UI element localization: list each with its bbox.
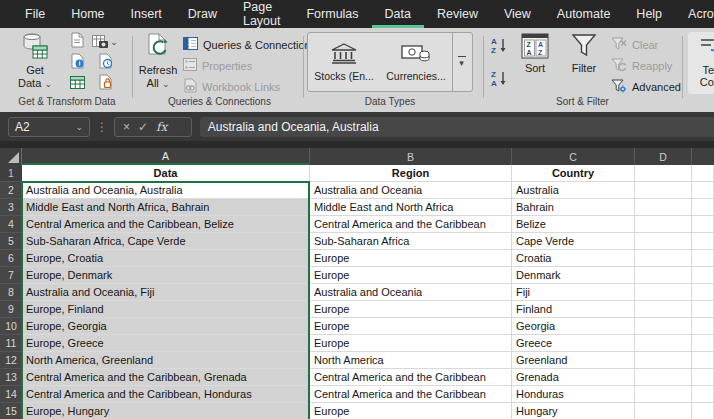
cell-d13[interactable] xyxy=(635,369,692,386)
workbook-links-button[interactable]: Workbook Links xyxy=(183,76,316,97)
cell-e4[interactable] xyxy=(692,216,714,233)
cell-d5[interactable] xyxy=(635,233,692,250)
cell-e7[interactable] xyxy=(692,267,714,284)
cell-d11[interactable] xyxy=(635,335,692,352)
tab-automate[interactable]: Automate xyxy=(544,0,624,28)
cell-a6[interactable]: Europe, Croatia xyxy=(22,250,310,267)
row-header-2[interactable]: 2 xyxy=(0,182,22,199)
column-header-b[interactable]: B xyxy=(310,148,512,165)
cell-e15[interactable] xyxy=(692,403,714,419)
enter-check-icon[interactable]: ✓ xyxy=(138,120,148,134)
tab-data[interactable]: Data xyxy=(372,0,424,28)
cell-d10[interactable] xyxy=(635,318,692,335)
formula-input[interactable]: Australia and Oceania, Australia xyxy=(200,117,714,137)
cell-b7[interactable]: Europe xyxy=(310,267,512,284)
cell-a14[interactable]: Central America and the Caribbean, Hondu… xyxy=(22,386,310,403)
row-header-14[interactable]: 14 xyxy=(0,386,22,403)
cell-a11[interactable]: Europe, Greece xyxy=(22,335,310,352)
row-header-11[interactable]: 11 xyxy=(0,335,22,352)
cell-b8[interactable]: Australia and Oceania xyxy=(310,284,512,301)
tab-view[interactable]: View xyxy=(491,0,544,28)
cell-b12[interactable]: North America xyxy=(310,352,512,369)
cell-e10[interactable] xyxy=(692,318,714,335)
from-web-icon[interactable] xyxy=(98,74,112,94)
cell-c2[interactable]: Australia xyxy=(512,182,635,199)
reapply-filter-button[interactable]: Reapply xyxy=(611,55,681,76)
cell-a10[interactable]: Europe, Georgia xyxy=(22,318,310,335)
cell-b13[interactable]: Central America and the Caribbean xyxy=(310,369,512,386)
row-header-4[interactable]: 4 xyxy=(0,216,22,233)
cell-d1[interactable] xyxy=(635,165,692,182)
cell-d9[interactable] xyxy=(635,301,692,318)
cell-b2[interactable]: Australia and Oceania xyxy=(310,182,512,199)
recent-sources-icon[interactable] xyxy=(70,53,84,73)
get-data-button[interactable]: Get Data ⌄ xyxy=(10,32,60,94)
cell-e2[interactable] xyxy=(692,182,714,199)
cell-a13[interactable]: Central America and the Caribbean, Grena… xyxy=(22,369,310,386)
cell-c7[interactable]: Denmark xyxy=(512,267,635,284)
cell-a7[interactable]: Europe, Denmark xyxy=(22,267,310,284)
cancel-icon[interactable]: × xyxy=(123,120,130,134)
cell-b6[interactable]: Europe xyxy=(310,250,512,267)
cell-d15[interactable] xyxy=(635,403,692,419)
cell-d2[interactable] xyxy=(635,182,692,199)
clear-filter-button[interactable]: Clear xyxy=(611,34,681,55)
cell-a8[interactable]: Australia and Oceania, Fiji xyxy=(22,284,310,301)
cell-b11[interactable]: Europe xyxy=(310,335,512,352)
cell-d12[interactable] xyxy=(635,352,692,369)
cell-c11[interactable]: Greece xyxy=(512,335,635,352)
cell-a12[interactable]: North America, Greenland xyxy=(22,352,310,369)
formula-bar-drag-handle[interactable]: ⋮ xyxy=(96,120,108,134)
cell-d14[interactable] xyxy=(635,386,692,403)
tab-draw[interactable]: Draw xyxy=(175,0,230,28)
cell-c5[interactable]: Cape Verde xyxy=(512,233,635,250)
name-box[interactable]: A2 ⌄ xyxy=(8,117,90,137)
cell-b9[interactable]: Europe xyxy=(310,301,512,318)
cell-b4[interactable]: Central America and the Caribbean xyxy=(310,216,512,233)
cell-d7[interactable] xyxy=(635,267,692,284)
sort-button[interactable]: Z A A Z Sort xyxy=(514,32,556,94)
row-header-8[interactable]: 8 xyxy=(0,284,22,301)
properties-button[interactable]: Properties xyxy=(183,55,316,76)
row-header-15[interactable]: 15 xyxy=(0,403,22,419)
insert-function-icon[interactable]: fx xyxy=(156,120,167,134)
tab-formulas[interactable]: Formulas xyxy=(293,0,371,28)
row-header-12[interactable]: 12 xyxy=(0,352,22,369)
column-header-c[interactable]: C xyxy=(512,148,635,165)
row-header-3[interactable]: 3 xyxy=(0,199,22,216)
cell-d8[interactable] xyxy=(635,284,692,301)
row-header-9[interactable]: 9 xyxy=(0,301,22,318)
cell-e6[interactable] xyxy=(692,250,714,267)
cell-c3[interactable]: Bahrain xyxy=(512,199,635,216)
column-header-a[interactable]: A xyxy=(22,148,310,165)
cell-c14[interactable]: Honduras xyxy=(512,386,635,403)
cell-d3[interactable] xyxy=(635,199,692,216)
row-header-7[interactable]: 7 xyxy=(0,267,22,284)
cell-c4[interactable]: Belize xyxy=(512,216,635,233)
stocks-data-type-button[interactable]: Stocks (En... xyxy=(308,33,380,91)
cell-e14[interactable] xyxy=(692,386,714,403)
filter-button[interactable]: Filter xyxy=(562,32,606,94)
cell-e13[interactable] xyxy=(692,369,714,386)
cell-c13[interactable]: Grenada xyxy=(512,369,635,386)
select-all-button[interactable] xyxy=(0,148,22,165)
cell-b3[interactable]: Middle East and North Africa xyxy=(310,199,512,216)
queries-connections-button[interactable]: Queries & Connections xyxy=(183,34,316,55)
from-picture-icon[interactable]: ⌄ xyxy=(92,35,118,49)
row-header-13[interactable]: 13 xyxy=(0,369,22,386)
cell-a5[interactable]: Sub-Saharan Africa, Cape Verde xyxy=(22,233,310,250)
cell-a2-active[interactable]: Australia and Oceania, Australia xyxy=(22,182,310,199)
cell-b10[interactable]: Europe xyxy=(310,318,512,335)
cell-c8[interactable]: Fiji xyxy=(512,284,635,301)
column-header-d[interactable]: D xyxy=(635,148,692,165)
currencies-data-type-button[interactable]: Currencies... xyxy=(380,33,452,91)
cell-e11[interactable] xyxy=(692,335,714,352)
cell-b14[interactable]: Central America and the Caribbean xyxy=(310,386,512,403)
cell-a9[interactable]: Europe, Finland xyxy=(22,301,310,318)
cell-e3[interactable] xyxy=(692,199,714,216)
cell-c6[interactable]: Croatia xyxy=(512,250,635,267)
cell-e5[interactable] xyxy=(692,233,714,250)
cell-e1[interactable] xyxy=(692,165,714,182)
advanced-filter-button[interactable]: Advanced xyxy=(611,76,681,97)
cell-d6[interactable] xyxy=(635,250,692,267)
